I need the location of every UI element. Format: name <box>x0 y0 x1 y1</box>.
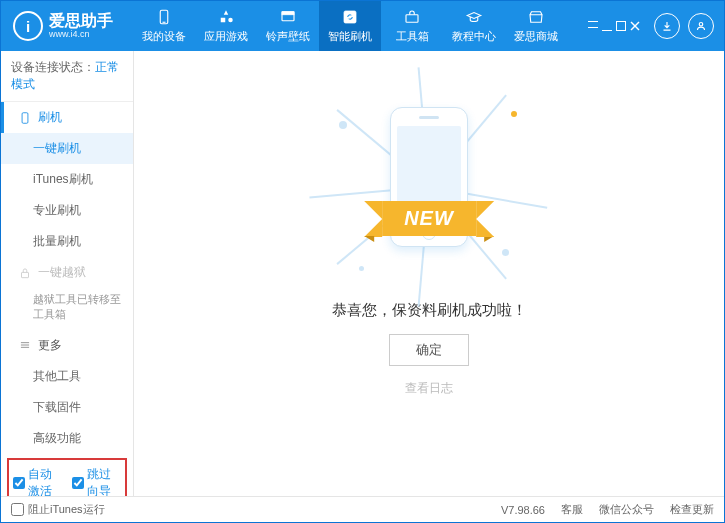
lock-icon <box>18 266 32 280</box>
wechat-link[interactable]: 微信公众号 <box>599 502 654 517</box>
sub-batch-flash[interactable]: 批量刷机 <box>1 226 133 257</box>
svg-point-8 <box>699 23 703 27</box>
close-icon[interactable] <box>630 21 640 31</box>
check-auto-activate[interactable]: 自动激活 <box>13 466 62 496</box>
ok-button[interactable]: 确定 <box>389 334 469 366</box>
nav-label: 爱思商城 <box>514 29 558 44</box>
brand-logo: i 爱思助手 www.i4.cn <box>13 11 113 41</box>
section-more[interactable]: 更多 <box>1 330 133 361</box>
view-log-link[interactable]: 查看日志 <box>405 380 453 397</box>
svg-rect-9 <box>22 112 28 123</box>
nav-store[interactable]: 爱思商城 <box>505 1 567 51</box>
store-icon <box>527 8 545 26</box>
block-itunes-box[interactable] <box>11 503 24 516</box>
logo-icon: i <box>13 11 43 41</box>
section-more-title: 更多 <box>38 337 62 354</box>
check-skip-guide-label: 跳过向导 <box>87 466 121 496</box>
minimize-icon[interactable] <box>602 21 612 31</box>
refresh-icon <box>341 8 359 26</box>
check-skip-guide-box[interactable] <box>72 477 84 489</box>
success-message: 恭喜您，保资料刷机成功啦！ <box>332 301 527 320</box>
window-sys-icons <box>588 21 640 31</box>
nav-label: 智能刷机 <box>328 29 372 44</box>
svg-rect-5 <box>406 15 418 23</box>
sidebar: 设备连接状态：正常模式 刷机 一键刷机 iTunes刷机 专业刷机 批量刷机 一… <box>1 51 134 496</box>
sub-pro-flash[interactable]: 专业刷机 <box>1 195 133 226</box>
nav-ringtones-wallpapers[interactable]: 铃声壁纸 <box>257 1 319 51</box>
sub-onekey-flash[interactable]: 一键刷机 <box>1 133 133 164</box>
nav-apps-games[interactable]: 应用游戏 <box>195 1 257 51</box>
menu-icon[interactable] <box>588 21 598 28</box>
sub-itunes-flash[interactable]: iTunes刷机 <box>1 164 133 195</box>
nav-smart-flash[interactable]: 智能刷机 <box>319 1 381 51</box>
success-illustration: NEW <box>329 91 529 281</box>
media-icon <box>279 8 297 26</box>
maximize-icon[interactable] <box>616 21 626 31</box>
nav-tutorials[interactable]: 教程中心 <box>443 1 505 51</box>
user-button[interactable] <box>688 13 714 39</box>
check-auto-activate-label: 自动激活 <box>28 466 62 496</box>
graduation-icon <box>465 8 483 26</box>
app-window: i 爱思助手 www.i4.cn 我的设备 应用游戏 铃声壁纸 智能刷机 <box>0 0 725 523</box>
main-content: NEW 恭喜您，保资料刷机成功啦！ 确定 查看日志 <box>134 51 724 496</box>
body: 设备连接状态：正常模式 刷机 一键刷机 iTunes刷机 专业刷机 批量刷机 一… <box>1 51 724 496</box>
section-jailbreak[interactable]: 一键越狱 <box>1 257 133 288</box>
nav-label: 应用游戏 <box>204 29 248 44</box>
customer-service-link[interactable]: 客服 <box>561 502 583 517</box>
version-label: V7.98.66 <box>501 504 545 516</box>
sub-download-firmware[interactable]: 下载固件 <box>1 392 133 423</box>
window-controls <box>588 13 714 39</box>
brand-name: 爱思助手 <box>49 12 113 30</box>
nav-label: 铃声壁纸 <box>266 29 310 44</box>
jailbreak-note: 越狱工具已转移至工具箱 <box>1 288 133 330</box>
section-flash[interactable]: 刷机 <box>1 102 133 133</box>
status-bar: 阻止iTunes运行 V7.98.66 客服 微信公众号 检查更新 <box>1 496 724 522</box>
check-update-link[interactable]: 检查更新 <box>670 502 714 517</box>
top-nav: 我的设备 应用游戏 铃声壁纸 智能刷机 工具箱 教程中心 <box>133 1 588 51</box>
title-bar: i 爱思助手 www.i4.cn 我的设备 应用游戏 铃声壁纸 智能刷机 <box>1 1 724 51</box>
connection-label: 设备连接状态： <box>11 60 95 74</box>
connection-status: 设备连接状态：正常模式 <box>1 51 133 102</box>
apps-icon <box>217 8 235 26</box>
nav-label: 我的设备 <box>142 29 186 44</box>
block-itunes-label: 阻止iTunes运行 <box>28 502 105 517</box>
brand-url: www.i4.cn <box>49 30 113 40</box>
sub-advanced[interactable]: 高级功能 <box>1 423 133 454</box>
nav-my-device[interactable]: 我的设备 <box>133 1 195 51</box>
block-itunes-checkbox[interactable]: 阻止iTunes运行 <box>11 502 105 517</box>
check-skip-guide[interactable]: 跳过向导 <box>72 466 121 496</box>
svg-rect-3 <box>282 12 294 15</box>
svg-rect-10 <box>22 272 29 277</box>
check-auto-activate-box[interactable] <box>13 477 25 489</box>
nav-toolbox[interactable]: 工具箱 <box>381 1 443 51</box>
nav-label: 工具箱 <box>396 29 429 44</box>
toolbox-icon <box>403 8 421 26</box>
svg-rect-4 <box>344 11 356 23</box>
more-icon <box>18 338 32 352</box>
new-ribbon: NEW <box>382 201 476 236</box>
download-button[interactable] <box>654 13 680 39</box>
phone-icon <box>155 8 173 26</box>
section-flash-title: 刷机 <box>38 109 62 126</box>
nav-label: 教程中心 <box>452 29 496 44</box>
sub-other-tools[interactable]: 其他工具 <box>1 361 133 392</box>
flash-section-icon <box>18 111 32 125</box>
section-jailbreak-title: 一键越狱 <box>38 264 86 281</box>
option-checkbox-row: 自动激活 跳过向导 <box>7 458 127 496</box>
